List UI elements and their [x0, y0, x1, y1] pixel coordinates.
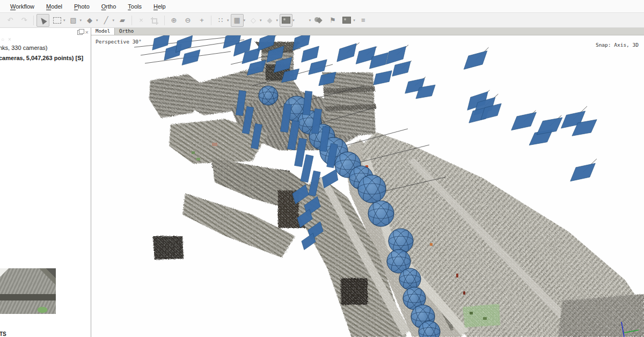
toolbar-show-shaded-button[interactable]: ◆: [264, 14, 276, 27]
thumbnail-label: TS: [0, 331, 6, 337]
toolbar-show-textured-button[interactable]: [280, 14, 292, 27]
toolbar-zoom-in-button[interactable]: ⊕: [167, 14, 180, 27]
pointcloud-detail: [430, 243, 433, 246]
snap-label: Snap: Axis, 3D: [596, 42, 639, 48]
scene-canvas[interactable]: [91, 35, 644, 337]
rectangle-selection-dropdown-icon[interactable]: ▾: [63, 18, 65, 23]
toolbar-show-mesh-button[interactable]: ◇: [247, 14, 260, 27]
rotate-region-dropdown-icon[interactable]: ▾: [96, 18, 98, 23]
toolbar-rotate-region-button[interactable]: ◆: [83, 14, 96, 27]
redo-icon: ↷: [21, 17, 27, 24]
camera-sphere: [399, 268, 421, 290]
show-layers-icon: ≡: [361, 17, 365, 24]
menu-item-photo[interactable]: Photo: [68, 2, 96, 11]
menu-item-workflow[interactable]: Workflow: [4, 2, 40, 11]
rotate-region-icon: ◆: [87, 17, 92, 24]
toolbar-reset-view-button[interactable]: +: [195, 14, 208, 27]
show-tie-points-dropdown-icon[interactable]: ▾: [227, 18, 229, 23]
menu-item-model[interactable]: Model: [40, 2, 68, 11]
toolbar-separator: [33, 16, 34, 25]
toolbar-select-arrow-button[interactable]: [36, 14, 49, 27]
show-mesh-icon: ◇: [251, 17, 256, 24]
undo-icon: ↶: [8, 17, 13, 24]
tab-ortho[interactable]: Ortho: [115, 28, 138, 35]
menu-item-help[interactable]: Help: [148, 2, 172, 11]
show-dense-cloud-dropdown-icon[interactable]: ▾: [244, 18, 246, 23]
move-region-icon: ▧: [70, 17, 76, 24]
toolbar-show-dense-cloud-button[interactable]: ▦: [231, 14, 244, 27]
toolbar-separator: [131, 16, 132, 25]
select-arrow-icon: [39, 16, 47, 25]
toolbar-redo-button[interactable]: ↷: [18, 14, 31, 27]
camera-sphere: [368, 200, 394, 227]
perspective-label: Perspective 30°: [96, 39, 142, 45]
show-textured-icon: [282, 17, 290, 24]
camera-sphere: [358, 174, 386, 204]
tree-item-chunks[interactable]: nks, 330 cameras): [0, 45, 47, 51]
ruler-icon: ╱: [104, 17, 108, 24]
pointcloud-detail: [212, 143, 217, 146]
show-images-icon: [342, 17, 351, 24]
toolbar-show-markers-button[interactable]: ⚑: [326, 14, 339, 27]
photo-thumbnail[interactable]: [0, 268, 56, 314]
reset-view-icon: +: [200, 17, 204, 24]
pointcloud-detail: [483, 317, 487, 320]
toolbar-show-cameras-button[interactable]: [296, 14, 309, 27]
toolbar-separator: [164, 16, 165, 25]
menu-item-ortho[interactable]: Ortho: [96, 2, 122, 11]
panel-float-icon[interactable]: [77, 30, 83, 35]
tree-item-tiepoints[interactable]: cameras, 5,047,263 points) [S]: [0, 55, 83, 61]
pointcloud-detail: [470, 312, 473, 314]
viewport-tab-bar: ModelOrtho: [91, 28, 644, 35]
show-shaded-dropdown-icon[interactable]: ▾: [276, 18, 279, 23]
move-region-dropdown-icon[interactable]: ▾: [80, 18, 82, 23]
toolbar-zoom-out-button[interactable]: ⊖: [181, 14, 194, 27]
toolbar-show-tie-points-button[interactable]: ∷: [214, 14, 227, 27]
pointcloud-detail: [456, 274, 458, 277]
panel-tool-icon[interactable]: ○: [1, 36, 4, 42]
menu-item-tools[interactable]: Tools: [122, 2, 148, 11]
toolbar-rectangle-selection-button[interactable]: [50, 14, 63, 27]
toolbar-undo-button[interactable]: ↶: [4, 14, 17, 27]
panel-close-icon[interactable]: ×: [85, 30, 89, 35]
show-textured-dropdown-icon[interactable]: ▾: [292, 18, 295, 23]
menu-bar: WorkflowModelPhotoOrthoToolsHelp: [0, 0, 644, 13]
toolbar-show-images-button[interactable]: [340, 14, 353, 27]
toolbar-delete-selection-button[interactable]: ×: [135, 14, 148, 27]
show-images-dropdown-icon[interactable]: ▾: [353, 18, 355, 23]
show-shapes-icon: [314, 17, 323, 24]
pointcloud-detail: [196, 158, 200, 160]
zoom-out-icon: ⊖: [185, 17, 191, 24]
show-markers-icon: ⚑: [330, 17, 336, 24]
crop-selection-icon: [152, 17, 158, 24]
model-viewport[interactable]: Perspective 30° Snap: Axis, 3D: [91, 35, 644, 337]
pointcloud-detail: [463, 291, 465, 295]
rectangle-selection-icon: [53, 17, 61, 24]
toolbar-ruler-button[interactable]: ╱: [100, 14, 113, 27]
zoom-in-icon: ⊕: [171, 17, 177, 24]
ruler-dropdown-icon[interactable]: ▾: [113, 18, 115, 23]
show-mesh-dropdown-icon[interactable]: ▾: [260, 18, 262, 23]
toolbar-show-layers-button[interactable]: ≡: [357, 14, 370, 27]
toolbar-move-region-button[interactable]: ▧: [67, 14, 80, 27]
show-cameras-dropdown-icon[interactable]: ▾: [309, 18, 311, 23]
toolbar-crop-selection-button[interactable]: [149, 14, 162, 27]
eraser-icon: ▰: [120, 17, 125, 24]
toolbar-eraser-button[interactable]: ▰: [116, 14, 129, 27]
show-dense-cloud-icon: ▦: [233, 17, 240, 24]
toolbar-separator: [211, 16, 211, 25]
camera-sphere: [259, 85, 278, 106]
workspace-panel: × ○ × nks, 330 cameras) cameras, 5,047,2…: [0, 28, 91, 337]
toolbar-show-shapes-button[interactable]: [312, 14, 325, 27]
show-shaded-icon: ◆: [267, 17, 273, 24]
pointcloud-detail: [192, 151, 195, 154]
delete-selection-icon: ×: [139, 17, 143, 24]
toolbar: ↶↷▾▧▾◆▾╱▾▰×⊕⊖+∷▾▦▾◇▾◆▾▾▾⚑▾≡: [0, 13, 644, 28]
show-tie-points-icon: ∷: [218, 17, 223, 24]
tab-model[interactable]: Model: [91, 28, 115, 35]
panel-remove-icon[interactable]: ×: [8, 36, 11, 42]
